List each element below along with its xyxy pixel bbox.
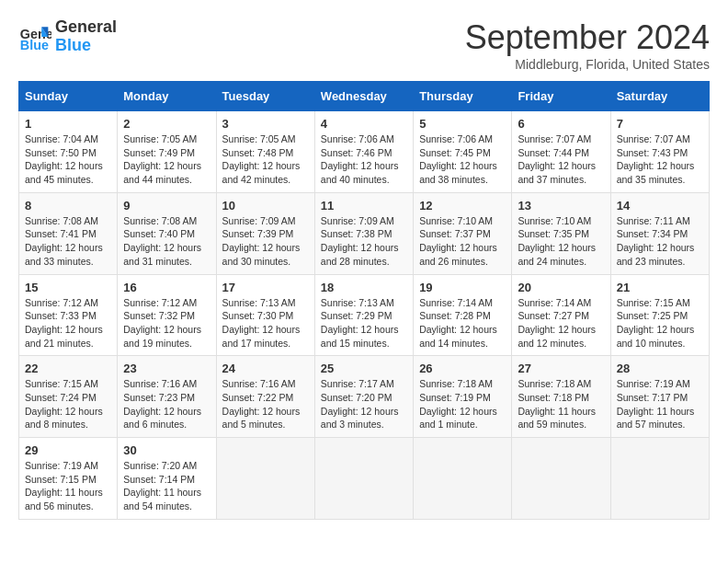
day-number: 18 <box>321 281 407 294</box>
day-number: 8 <box>25 199 111 213</box>
page-header: General Blue General Blue September 2024… <box>18 18 710 72</box>
cell-content: Sunrise: 7:13 AMSunset: 7:30 PMDaylight:… <box>222 296 309 350</box>
calendar-header-saturday: Saturday <box>610 82 709 111</box>
cell-content: Sunrise: 7:18 AMSunset: 7:19 PMDaylight:… <box>419 377 506 431</box>
calendar-cell: 21Sunrise: 7:15 AMSunset: 7:25 PMDayligh… <box>610 274 709 356</box>
month-title: September 2024 <box>465 18 710 57</box>
calendar-cell <box>314 438 413 520</box>
calendar-cell: 9Sunrise: 7:08 AMSunset: 7:40 PMDaylight… <box>118 192 216 274</box>
calendar-cell: 2Sunrise: 7:05 AMSunset: 7:49 PMDaylight… <box>118 111 216 193</box>
calendar-header-wednesday: Wednesday <box>314 82 413 111</box>
calendar-cell: 23Sunrise: 7:16 AMSunset: 7:23 PMDayligh… <box>118 356 216 438</box>
location: Middleburg, Florida, United States <box>465 57 710 72</box>
cell-content: Sunrise: 7:06 AMSunset: 7:46 PMDaylight:… <box>321 132 407 187</box>
cell-content: Sunrise: 7:14 AMSunset: 7:27 PMDaylight:… <box>518 296 604 350</box>
day-number: 2 <box>123 117 210 131</box>
cell-content: Sunrise: 7:04 AMSunset: 7:50 PMDaylight:… <box>25 132 111 187</box>
cell-content: Sunrise: 7:19 AMSunset: 7:17 PMDaylight:… <box>617 377 703 431</box>
cell-content: Sunrise: 7:08 AMSunset: 7:40 PMDaylight:… <box>123 214 210 269</box>
cell-content: Sunrise: 7:10 AMSunset: 7:37 PMDaylight:… <box>419 214 506 269</box>
calendar-header-row: SundayMondayTuesdayWednesdayThursdayFrid… <box>19 82 710 111</box>
calendar-header-tuesday: Tuesday <box>216 82 314 111</box>
day-number: 24 <box>222 362 309 375</box>
calendar-cell: 3Sunrise: 7:05 AMSunset: 7:48 PMDaylight… <box>216 111 314 193</box>
calendar-cell: 29Sunrise: 7:19 AMSunset: 7:15 PMDayligh… <box>19 438 118 520</box>
day-number: 11 <box>321 199 407 213</box>
calendar-cell: 16Sunrise: 7:12 AMSunset: 7:32 PMDayligh… <box>118 274 216 356</box>
day-number: 7 <box>617 117 703 131</box>
day-number: 4 <box>321 117 407 131</box>
calendar-cell: 20Sunrise: 7:14 AMSunset: 7:27 PMDayligh… <box>512 274 610 356</box>
calendar-cell: 5Sunrise: 7:06 AMSunset: 7:45 PMDaylight… <box>414 111 512 193</box>
day-number: 15 <box>25 281 111 294</box>
day-number: 9 <box>123 199 210 213</box>
calendar-cell: 1Sunrise: 7:04 AMSunset: 7:50 PMDaylight… <box>19 111 118 193</box>
calendar-cell: 17Sunrise: 7:13 AMSunset: 7:30 PMDayligh… <box>216 274 314 356</box>
cell-content: Sunrise: 7:07 AMSunset: 7:44 PMDaylight:… <box>518 132 604 187</box>
calendar-header-friday: Friday <box>512 82 610 111</box>
cell-content: Sunrise: 7:08 AMSunset: 7:41 PMDaylight:… <box>25 214 111 269</box>
cell-content: Sunrise: 7:10 AMSunset: 7:35 PMDaylight:… <box>518 214 604 269</box>
calendar-cell: 24Sunrise: 7:16 AMSunset: 7:22 PMDayligh… <box>216 356 314 438</box>
day-number: 23 <box>123 362 210 375</box>
day-number: 29 <box>25 443 111 457</box>
day-number: 28 <box>617 362 703 375</box>
calendar-cell: 27Sunrise: 7:18 AMSunset: 7:18 PMDayligh… <box>512 356 610 438</box>
day-number: 20 <box>518 281 604 294</box>
calendar-cell <box>512 438 610 520</box>
calendar-cell: 6Sunrise: 7:07 AMSunset: 7:44 PMDaylight… <box>512 111 610 193</box>
calendar-cell: 28Sunrise: 7:19 AMSunset: 7:17 PMDayligh… <box>610 356 709 438</box>
cell-content: Sunrise: 7:19 AMSunset: 7:15 PMDaylight:… <box>25 459 111 513</box>
calendar-cell: 22Sunrise: 7:15 AMSunset: 7:24 PMDayligh… <box>19 356 118 438</box>
calendar-cell: 18Sunrise: 7:13 AMSunset: 7:29 PMDayligh… <box>314 274 413 356</box>
day-number: 1 <box>25 117 111 131</box>
cell-content: Sunrise: 7:09 AMSunset: 7:38 PMDaylight:… <box>321 214 407 269</box>
title-block: September 2024 Middleburg, Florida, Unit… <box>465 18 710 72</box>
calendar-cell <box>216 438 314 520</box>
cell-content: Sunrise: 7:09 AMSunset: 7:39 PMDaylight:… <box>222 214 309 269</box>
logo: General Blue General Blue <box>18 18 117 55</box>
calendar-week-row: 29Sunrise: 7:19 AMSunset: 7:15 PMDayligh… <box>19 438 710 520</box>
day-number: 14 <box>617 199 703 213</box>
svg-text:Blue: Blue <box>20 38 49 52</box>
calendar-week-row: 15Sunrise: 7:12 AMSunset: 7:33 PMDayligh… <box>19 274 710 356</box>
calendar-week-row: 1Sunrise: 7:04 AMSunset: 7:50 PMDaylight… <box>19 111 710 193</box>
day-number: 5 <box>419 117 506 131</box>
calendar-table: SundayMondayTuesdayWednesdayThursdayFrid… <box>18 81 710 520</box>
cell-content: Sunrise: 7:16 AMSunset: 7:22 PMDaylight:… <box>222 377 309 431</box>
cell-content: Sunrise: 7:05 AMSunset: 7:49 PMDaylight:… <box>123 132 210 187</box>
cell-content: Sunrise: 7:20 AMSunset: 7:14 PMDaylight:… <box>123 459 210 513</box>
day-number: 19 <box>419 281 506 294</box>
cell-content: Sunrise: 7:11 AMSunset: 7:34 PMDaylight:… <box>617 214 703 269</box>
logo-text: General Blue <box>55 18 117 55</box>
calendar-cell: 25Sunrise: 7:17 AMSunset: 7:20 PMDayligh… <box>314 356 413 438</box>
calendar-cell: 14Sunrise: 7:11 AMSunset: 7:34 PMDayligh… <box>610 192 709 274</box>
calendar-cell: 4Sunrise: 7:06 AMSunset: 7:46 PMDaylight… <box>314 111 413 193</box>
calendar-cell: 7Sunrise: 7:07 AMSunset: 7:43 PMDaylight… <box>610 111 709 193</box>
cell-content: Sunrise: 7:17 AMSunset: 7:20 PMDaylight:… <box>321 377 407 431</box>
calendar-cell: 12Sunrise: 7:10 AMSunset: 7:37 PMDayligh… <box>414 192 512 274</box>
cell-content: Sunrise: 7:13 AMSunset: 7:29 PMDaylight:… <box>321 296 407 350</box>
cell-content: Sunrise: 7:15 AMSunset: 7:25 PMDaylight:… <box>617 296 703 350</box>
day-number: 27 <box>518 362 604 375</box>
day-number: 21 <box>617 281 703 294</box>
cell-content: Sunrise: 7:06 AMSunset: 7:45 PMDaylight:… <box>419 132 506 187</box>
calendar-cell: 19Sunrise: 7:14 AMSunset: 7:28 PMDayligh… <box>414 274 512 356</box>
calendar-cell: 11Sunrise: 7:09 AMSunset: 7:38 PMDayligh… <box>314 192 413 274</box>
cell-content: Sunrise: 7:07 AMSunset: 7:43 PMDaylight:… <box>617 132 703 187</box>
cell-content: Sunrise: 7:18 AMSunset: 7:18 PMDaylight:… <box>518 377 604 431</box>
calendar-cell: 10Sunrise: 7:09 AMSunset: 7:39 PMDayligh… <box>216 192 314 274</box>
calendar-cell: 8Sunrise: 7:08 AMSunset: 7:41 PMDaylight… <box>19 192 118 274</box>
day-number: 30 <box>123 443 210 457</box>
calendar-week-row: 22Sunrise: 7:15 AMSunset: 7:24 PMDayligh… <box>19 356 710 438</box>
cell-content: Sunrise: 7:12 AMSunset: 7:33 PMDaylight:… <box>25 296 111 350</box>
day-number: 22 <box>25 362 111 375</box>
calendar-header-thursday: Thursday <box>414 82 512 111</box>
calendar-cell: 26Sunrise: 7:18 AMSunset: 7:19 PMDayligh… <box>414 356 512 438</box>
cell-content: Sunrise: 7:05 AMSunset: 7:48 PMDaylight:… <box>222 132 309 187</box>
day-number: 17 <box>222 281 309 294</box>
calendar-header-monday: Monday <box>118 82 216 111</box>
day-number: 10 <box>222 199 309 213</box>
day-number: 16 <box>123 281 210 294</box>
day-number: 3 <box>222 117 309 131</box>
